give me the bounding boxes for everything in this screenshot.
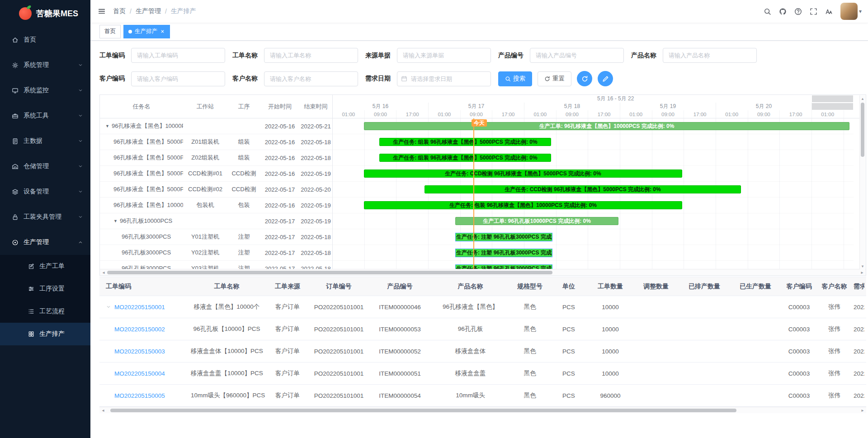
caret-down-icon[interactable]: ▾ xyxy=(859,8,862,14)
breadcrumb-item[interactable]: 首页 xyxy=(113,7,126,15)
scroll-right-arrow-icon[interactable]: ▸ xyxy=(860,407,865,414)
order-row[interactable]: MO202205150004移液盒盒盖【10000】PCS客户订单PO20220… xyxy=(99,363,866,385)
scroll-right-arrow-icon[interactable]: ▸ xyxy=(859,269,865,276)
gantt-bar-label: 生产任务: CCD检测 96孔移液盒【黑色】5000PCS 完成比例: 0% xyxy=(445,170,601,178)
order-code-link[interactable]: MO202205150003 xyxy=(114,348,165,355)
sidebar-item-master-data[interactable]: 主数据 xyxy=(0,128,90,154)
logo[interactable]: 苦糖果MES xyxy=(0,0,90,27)
task-start-time: 2022-05-17 xyxy=(260,186,299,193)
gantt-bar-label: 生产任务: 注塑 96孔孔板3000PCS 完成 xyxy=(456,249,552,257)
filter-input-product-code[interactable] xyxy=(530,48,624,63)
filter-input-demand-date[interactable] xyxy=(397,71,491,86)
order-row[interactable]: MO20220515000296孔孔板【10000】PCS客户订单PO20220… xyxy=(99,318,866,340)
order-order-no-cell: PO202205101001 xyxy=(310,326,368,333)
gantt-bar[interactable]: 生产任务: CCD检测 96孔移液盒【黑色】5000PCS 完成比例: 0% xyxy=(425,185,741,193)
github-icon[interactable] xyxy=(775,2,791,20)
edit-schedule-button[interactable] xyxy=(598,71,613,86)
sidebar-subitem-process-settings[interactable]: 工序设置 xyxy=(0,278,90,300)
filter-input-product-name[interactable] xyxy=(663,48,757,63)
scroll-up-arrow-icon[interactable]: ▴ xyxy=(862,96,864,101)
gantt-task-row[interactable]: 96孔移液盒【黑色】5000PCSZ01组装机组装2022-05-162022-… xyxy=(100,134,332,150)
reset-button[interactable]: 重置 xyxy=(538,71,571,86)
gantt-column-header: 工序 xyxy=(227,103,260,111)
expand-triangle-icon[interactable]: ▼ xyxy=(105,124,109,128)
sidebar-item-system-monitor[interactable]: 系统监控 xyxy=(0,78,90,103)
gantt-task-row[interactable]: 96孔移液盒【黑色】5000PCSZ02组装机组装2022-05-162022-… xyxy=(100,150,332,166)
gantt-task-row[interactable]: 96孔孔板3000PCSY03注塑机注塑2022-05-172022-05-18 xyxy=(100,261,332,269)
orders-hscroll-thumb[interactable] xyxy=(110,409,736,412)
gantt-hscroll-thumb[interactable] xyxy=(107,271,552,274)
gantt-task-row[interactable]: 96孔移液盒【黑色】5000PCSCCD检测#01CCD检测2022-05-16… xyxy=(100,166,332,182)
gantt-bar[interactable]: 生产任务: 注塑 96孔孔板3000PCS 完成 xyxy=(455,264,552,269)
gantt-vertical-scrollbar[interactable]: ▴ ▾ xyxy=(859,95,865,269)
filter-input-customer-code[interactable] xyxy=(131,71,225,86)
fullscreen-icon[interactable] xyxy=(806,2,821,20)
scroll-left-arrow-icon[interactable]: ◂ xyxy=(100,407,106,414)
breadcrumb-item[interactable]: 生产管理 xyxy=(136,7,161,15)
filter-label: 来源单据 xyxy=(365,52,391,60)
order-code-link[interactable]: MO202205150002 xyxy=(114,326,165,333)
hamburger-icon[interactable] xyxy=(98,7,106,15)
refresh-schedule-button[interactable] xyxy=(577,71,592,86)
chevron-down-icon[interactable] xyxy=(106,304,111,310)
filter-input-source-doc[interactable] xyxy=(397,48,491,63)
sidebar-item-system-tools[interactable]: 系统工具 xyxy=(0,103,90,128)
filter-input-work-order-name[interactable] xyxy=(264,48,358,63)
search-icon[interactable] xyxy=(760,2,775,20)
scroll-left-arrow-icon[interactable]: ◂ xyxy=(101,269,106,276)
search-button[interactable]: 搜索 xyxy=(498,71,532,86)
order-code-link[interactable]: MO202205150004 xyxy=(114,370,165,377)
filter-input-customer-name[interactable] xyxy=(264,71,358,86)
tab-home[interactable]: 首页 xyxy=(99,25,121,38)
question-icon[interactable] xyxy=(791,2,806,20)
gantt-bar[interactable]: 生产任务: 组装 96孔移液盒【黑色】5000PCS 完成比例: 0% xyxy=(379,154,551,162)
gantt-bar[interactable]: 生产任务: 组装 96孔移液盒【黑色】5000PCS 完成比例: 0% xyxy=(379,138,551,146)
sidebar-subitem-process-flow[interactable]: 工艺流程 xyxy=(0,300,90,323)
filter-input-work-order-code[interactable] xyxy=(131,48,225,63)
orders-hscroll-track[interactable] xyxy=(106,407,860,414)
gantt-task-row[interactable]: 96孔移液盒【黑色】10000PCS包装机包装2022-05-162022-05… xyxy=(100,198,332,213)
sidebar-item-fixture-management[interactable]: 工装夹具管理 xyxy=(0,204,90,230)
gantt-task-row[interactable]: 96孔孔板3000PCSY02注塑机注塑2022-05-172022-05-18 xyxy=(100,245,332,261)
order-code-link[interactable]: MO202205150005 xyxy=(114,392,165,399)
tab-production-scheduling[interactable]: 生产排产 xyxy=(123,25,170,38)
sidebar-item-equipment-management[interactable]: 设备管理 xyxy=(0,179,90,204)
sidebar-item-production-management[interactable]: 生产管理 xyxy=(0,230,90,255)
gantt-bar[interactable]: 生产任务: 注塑 96孔孔板3000PCS 完成 xyxy=(455,233,552,241)
tab-label: 生产排产 xyxy=(135,28,157,35)
gantt-task-row[interactable]: 96孔孔板3000PCSY01注塑机注塑2022-05-172022-05-18 xyxy=(100,229,332,245)
avatar[interactable] xyxy=(840,3,858,20)
sidebar-subitem-production-workorder[interactable]: 生产工单 xyxy=(0,255,90,278)
orders-horizontal-scrollbar[interactable]: ◂ ▸ xyxy=(99,407,866,413)
order-row[interactable]: MO202205150003移液盒盒体【10000】PCS客户订单PO20220… xyxy=(99,340,866,363)
order-product-cell: 移液盒盒体 xyxy=(432,347,509,355)
timeline-hour-label: 01:00 xyxy=(620,110,652,118)
task-start-time: 2022-05-16 xyxy=(260,170,299,177)
gantt-bar[interactable]: 生产工单: 96孔孔板10000PCS 完成比例: 0% xyxy=(455,217,618,225)
order-row[interactable]: MO202205150001移液盒【黑色】10000个客户订单PO2022051… xyxy=(99,296,866,318)
expand-triangle-icon[interactable]: ▼ xyxy=(113,219,118,223)
scroll-down-arrow-icon[interactable]: ▾ xyxy=(862,264,864,268)
order-code-link[interactable]: MO202205150001 xyxy=(114,304,165,311)
order-name-cell: 移液盒盒体【10000】PCS xyxy=(188,347,265,355)
sidebar-subitem-production-scheduling[interactable]: 生产排产 xyxy=(0,323,90,345)
order-row[interactable]: MO20220515000510mm吸头【960000】PCS客户订单PO202… xyxy=(99,385,866,407)
gantt-hscroll-track[interactable] xyxy=(106,269,859,276)
close-icon[interactable] xyxy=(160,29,165,34)
gantt-bar[interactable]: 生产任务: CCD检测 96孔移液盒【黑色】5000PCS 完成比例: 0% xyxy=(364,170,682,178)
font-size-icon[interactable] xyxy=(821,2,837,20)
gantt-task-row[interactable]: ▼96孔孔板10000PCS2022-05-172022-05-19 xyxy=(100,213,332,229)
gantt-task-row[interactable]: 96孔移液盒【黑色】5000PCSCCD检测#02CCD检测2022-05-17… xyxy=(100,182,332,198)
reset-button-label: 重置 xyxy=(552,75,565,83)
gantt-bar[interactable]: 生产任务: 包装 96孔移液盒【黑色】10000PCS 完成比例: 0% xyxy=(364,201,682,209)
gantt-bar[interactable]: 生产任务: 注塑 96孔孔板3000PCS 完成 xyxy=(455,249,552,257)
gantt-horizontal-scrollbar[interactable]: ◂ ▸ xyxy=(100,269,866,275)
sidebar-item-system-management[interactable]: 系统管理 xyxy=(0,52,90,78)
sidebar-item-warehouse-management[interactable]: 仓储管理 xyxy=(0,154,90,179)
gantt-vscroll-thumb[interactable] xyxy=(861,103,864,157)
filter-row-2: 客户编码客户名称需求日期 搜索 重置 xyxy=(99,71,868,86)
gantt-bar[interactable]: 生产工单: 96孔移液盒【黑色】10000PCS 完成比例: 0% xyxy=(364,122,849,130)
gantt-task-row[interactable]: ▼96孔移液盒【黑色】10000PCS2022-05-162022-05-21 xyxy=(100,118,332,134)
orders-column-header: 已生产数量 xyxy=(731,283,780,291)
sidebar-item-home[interactable]: 首页 xyxy=(0,27,90,52)
